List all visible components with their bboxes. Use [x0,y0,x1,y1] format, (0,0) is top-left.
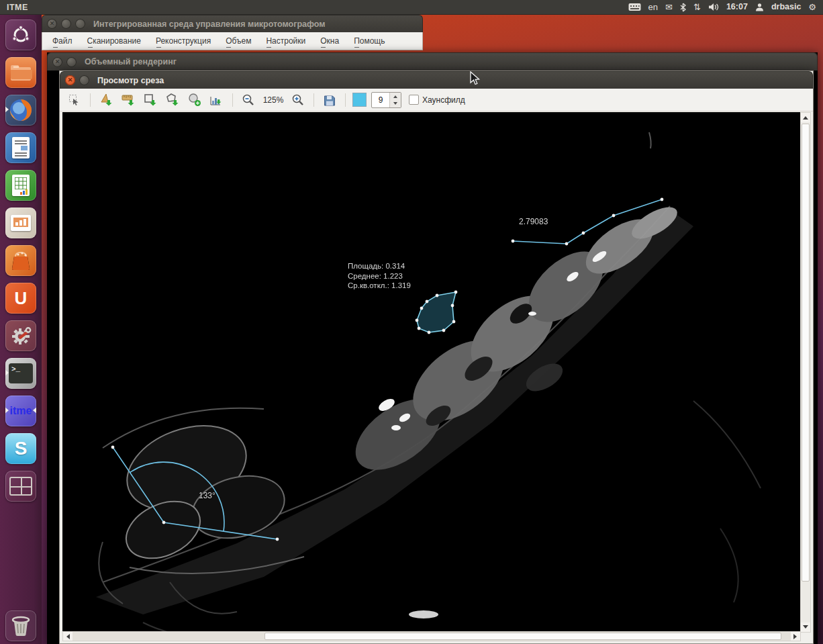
main-window: ✕ Интегрированная среда управления микро… [42,15,423,50]
workspace-grid-icon [9,477,32,496]
polygon-region-tool-button[interactable] [164,92,181,108]
launcher-ubuntu-one-button[interactable]: U [5,283,36,314]
launcher-system-settings-button[interactable] [5,320,36,351]
hounsfield-toggle: Хаунсфилд [409,95,465,105]
horizontal-scrollbar[interactable] [62,631,801,641]
toolbar-separator [313,93,314,107]
settings-gear-wrench-icon [9,324,33,348]
itme-app-label: itme [10,405,32,417]
mail-icon[interactable]: ✉ [665,3,673,11]
launcher-files-button[interactable] [5,57,36,88]
launcher-libreoffice-impress-button[interactable] [5,208,36,238]
save-button[interactable] [321,92,338,108]
region-stddev: Ср.кв.откл.: 1.319 [348,281,411,291]
clock[interactable]: 16:07 [726,3,748,11]
region-mean: Среднее: 1.223 [348,271,411,281]
measurement-color-swatch[interactable] [352,93,367,107]
launcher-itme-button[interactable]: itme [5,396,36,426]
spinner-up-button[interactable] [390,93,401,100]
running-indicator [5,106,12,113]
launcher-libreoffice-calc-button[interactable] [5,170,36,201]
menu-file[interactable]: Файл [45,32,80,50]
spinner-buttons [389,93,401,107]
hounsfield-label: Хаунсфилд [422,95,465,105]
minimize-button[interactable] [66,57,77,67]
slice-image-viewport[interactable]: 2.79083 Площадь: 0.314 Среднее: 1.223 Ср… [62,112,801,633]
menu-windows[interactable]: Окна [313,32,346,50]
horizontal-scroll-thumb[interactable] [264,633,781,640]
vertical-scrollbar[interactable] [800,112,811,633]
scroll-left-button[interactable] [63,632,72,641]
histogram-icon [209,93,224,107]
slice-view-window: ✕ Просмотр среза [59,71,814,644]
scroll-down-button[interactable] [801,623,810,632]
launcher-workspace-switcher-button[interactable] [5,471,36,502]
slice-number-spinner[interactable]: 9 [371,92,401,108]
spinner-down-button[interactable] [390,100,401,107]
launcher-terminal-button[interactable]: >_ [5,358,36,389]
zoom-out-icon [242,93,255,107]
writer-document-icon [12,137,30,158]
distance-measurement-label: 2.79083 [519,217,548,226]
network-icon[interactable]: ⇅ [693,3,701,11]
top-panel: ITME en ✉ ⇅ 16:07 drbasic ⚙ [0,0,823,15]
menu-scanning[interactable]: Сканирование [80,32,148,50]
ubuntu-one-label: U [15,288,28,309]
volume-window-title: Объемный рендеринг [85,57,177,66]
launcher-skype-button[interactable]: S [5,433,36,464]
menu-reconstruction[interactable]: Реконструкция [148,32,218,50]
terminal-icon: >_ [9,363,33,383]
scroll-up-button[interactable] [801,113,810,122]
close-button[interactable]: ✕ [65,75,75,85]
launcher-trash-button[interactable] [5,610,36,641]
vertical-scroll-thumb[interactable] [802,124,810,582]
gear-icon[interactable]: ⚙ [808,3,816,11]
bluetooth-icon[interactable] [680,3,686,12]
distance-measure-tool-button[interactable] [119,92,137,108]
slice-window-titlebar[interactable]: ✕ Просмотр среза [60,71,813,89]
focused-indicator [30,407,36,414]
folder-icon [9,63,32,82]
close-button[interactable]: ✕ [47,19,57,29]
scroll-right-button[interactable] [791,632,800,641]
launcher-firefox-button[interactable] [5,95,36,126]
zoom-in-button[interactable] [289,92,307,108]
launcher-software-center-button[interactable] [5,245,36,276]
impress-presentation-icon [11,215,31,231]
pointer-tool-button[interactable] [66,92,83,108]
volume-window-titlebar[interactable]: ✕ Объемный рендеринг [47,52,818,71]
launcher-dash-button[interactable] [5,19,36,50]
zoom-out-button[interactable] [240,92,257,108]
region-statistics-label: Площадь: 0.314 Среднее: 1.223 Ср.кв.откл… [348,261,411,291]
keyboard-layout-indicator[interactable]: en [648,3,658,11]
main-window-title: Интегрированная среда управления микрото… [93,19,326,29]
menu-help[interactable]: Помощь [346,32,392,50]
ellipse-region-tool-button[interactable] [186,92,203,108]
user-icon [755,3,764,11]
minimize-button[interactable] [61,19,71,29]
angle-measurement-label: 133° [199,491,215,500]
rect-region-tool-button[interactable] [142,92,159,108]
histogram-tool-button[interactable] [208,92,226,108]
close-button[interactable]: ✕ [52,57,62,67]
slice-number-value: 9 [372,93,389,107]
launcher-libreoffice-writer-button[interactable] [5,132,36,163]
maximize-button[interactable] [75,19,85,29]
desktop: ITME en ✉ ⇅ 16:07 drbasic ⚙ [0,0,823,644]
session-username[interactable]: drbasic [771,3,801,11]
ellipse-tool-icon [187,93,202,107]
menu-volume[interactable]: Объем [218,32,258,50]
ubuntu-logo-icon [11,25,31,45]
toolbar-separator [90,93,91,107]
region-area: Площадь: 0.314 [348,261,411,271]
toolbar-separator [232,93,233,107]
main-menubar: Файл Сканирование Реконструкция Объем На… [42,32,423,50]
minimize-button[interactable] [79,75,89,85]
main-window-titlebar[interactable]: ✕ Интегрированная среда управления микро… [42,15,423,32]
angle-measure-tool-button[interactable] [97,92,115,108]
keyboard-icon[interactable] [628,3,641,11]
hounsfield-checkbox[interactable] [409,95,419,105]
zoom-level-indicator: 125% [262,95,285,105]
menu-settings[interactable]: Настройки [258,32,313,50]
volume-icon[interactable] [708,3,719,11]
